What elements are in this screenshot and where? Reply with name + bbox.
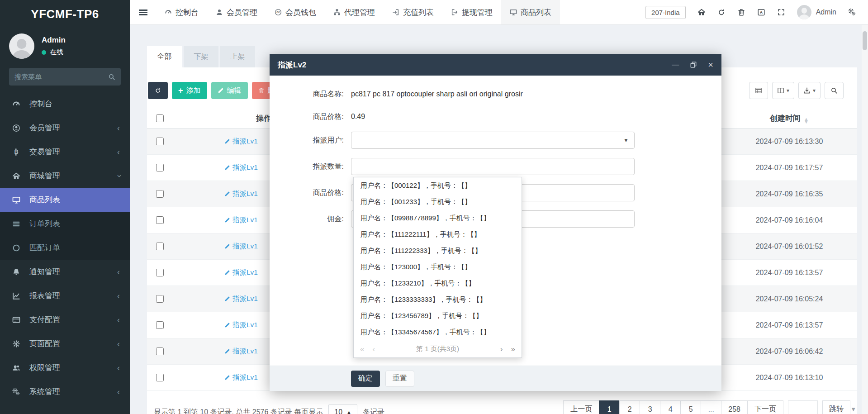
vertical-scrollbar[interactable]: [862, 25, 868, 414]
toolbar-right: ▾ ▾: [749, 82, 844, 99]
region-badge[interactable]: 207-India: [645, 6, 686, 19]
gears-icon[interactable]: [848, 8, 856, 16]
sidebar-item-商品列表[interactable]: 商品列表: [0, 188, 130, 212]
user-option[interactable]: 用户名：【09988778899】，手机号：【】: [354, 210, 522, 226]
home-icon[interactable]: [697, 8, 706, 16]
maximize-icon[interactable]: [690, 61, 697, 68]
row-checkbox[interactable]: [156, 295, 164, 303]
expand-icon[interactable]: [777, 8, 785, 16]
row-checkbox[interactable]: [156, 374, 164, 381]
hamburger-menu-icon[interactable]: [130, 0, 156, 24]
page-item-上一页[interactable]: 上一页: [563, 400, 599, 414]
assign-lv1-link[interactable]: 指派Lv1: [224, 320, 258, 330]
row-checkbox[interactable]: [156, 243, 164, 250]
row-checkbox[interactable]: [156, 138, 164, 145]
assign-lv1-link[interactable]: 指派Lv1: [224, 268, 258, 277]
page-item-2[interactable]: 2: [619, 400, 640, 414]
sidebar: YFCMF-TP6 Admin 在线 控制台会员管理‹B交易管理‹商城管理‹商品…: [0, 0, 130, 414]
assign-quantity-input[interactable]: [351, 158, 635, 175]
user-option[interactable]: 用户名：【000122】，手机号：【】: [354, 177, 522, 194]
user-option[interactable]: 用户名：【123000】，手机号：【】: [354, 259, 522, 275]
sort-icon[interactable]: ▲▼: [804, 118, 809, 123]
assign-user-select[interactable]: ▼: [351, 132, 635, 149]
lang-icon[interactable]: A: [757, 8, 765, 16]
page-item-下一页[interactable]: 下一页: [747, 400, 783, 414]
row-checkbox[interactable]: [156, 190, 164, 198]
row-checkbox[interactable]: [156, 216, 164, 224]
select-all-checkbox[interactable]: [156, 114, 164, 122]
row-checkbox[interactable]: [156, 269, 164, 276]
sidebar-item-系统管理[interactable]: 系统管理‹: [0, 380, 130, 404]
link-label: 指派Lv1: [232, 294, 258, 304]
sidebar-item-订单列表[interactable]: 订单列表: [0, 212, 130, 236]
assign-lv1-link[interactable]: 指派Lv1: [224, 189, 258, 199]
refresh-icon[interactable]: [717, 8, 726, 16]
page-size-select[interactable]: 10▲: [328, 404, 357, 414]
user-option[interactable]: 用户名：【13345674567】，手机号：【】: [354, 324, 522, 340]
refresh-button[interactable]: [148, 82, 168, 99]
scrollbar-thumb[interactable]: [863, 31, 867, 50]
export-button[interactable]: ▾: [798, 82, 821, 99]
top-nav-充值列表[interactable]: 充值列表: [384, 0, 442, 24]
search-icon[interactable]: [108, 73, 115, 81]
add-button[interactable]: +添加: [172, 82, 207, 99]
minimize-icon[interactable]: —: [672, 61, 679, 68]
assign-lv1-link[interactable]: 指派Lv1: [224, 215, 258, 225]
edit-button[interactable]: 编辑: [211, 82, 248, 99]
page-item-1[interactable]: 1: [599, 400, 620, 414]
top-nav-会员钱包[interactable]: cc会员钱包: [266, 0, 325, 24]
row-checkbox[interactable]: [156, 347, 164, 355]
tab-全部[interactable]: 全部: [147, 46, 182, 67]
confirm-button[interactable]: 确定: [351, 371, 380, 387]
user-option[interactable]: 用户名：【001233】，手机号：【】: [354, 194, 522, 210]
user-option[interactable]: 用户名：【1233333333】，手机号：【】: [354, 291, 522, 308]
pencil-icon: [224, 191, 230, 197]
user-option[interactable]: 用户名：【123456789】，手机号：【】: [354, 308, 522, 324]
assign-lv1-link[interactable]: 指派Lv1: [224, 163, 258, 172]
assign-lv1-link[interactable]: 指派Lv1: [224, 242, 258, 251]
sidebar-item-会员管理[interactable]: 会员管理‹: [0, 116, 130, 140]
user-panel: Admin 在线: [0, 28, 130, 65]
close-icon[interactable]: ×: [708, 60, 713, 69]
row-checkbox[interactable]: [156, 321, 164, 329]
field-label: 商品价格:: [270, 188, 351, 198]
sidebar-item-匹配订单[interactable]: 匹配订单: [0, 236, 130, 260]
assign-lv1-link[interactable]: 指派Lv1: [224, 137, 258, 146]
top-nav-控制台[interactable]: 控制台: [156, 0, 207, 24]
jump-page-input[interactable]: [788, 400, 818, 414]
assign-lv1-link[interactable]: 指派Lv1: [224, 373, 258, 382]
jump-button[interactable]: 跳转: [822, 400, 850, 414]
user-option[interactable]: 用户名：【111222111】，手机号：【】: [354, 226, 522, 243]
top-nav-商品列表[interactable]: 商品列表: [501, 0, 560, 24]
top-nav-会员管理[interactable]: 会员管理: [207, 0, 266, 24]
search-button[interactable]: [825, 82, 844, 99]
user-option[interactable]: 用户名：【1233210】，手机号：【】: [354, 275, 522, 291]
detail-view-button[interactable]: [749, 82, 768, 99]
page-item-3[interactable]: 3: [640, 400, 660, 414]
sidebar-item-控制台[interactable]: 控制台: [0, 92, 130, 116]
page-item-5[interactable]: 5: [680, 400, 701, 414]
row-checkbox[interactable]: [156, 164, 164, 171]
tab-下架[interactable]: 下架: [184, 46, 218, 67]
user-menu[interactable]: Admin: [797, 5, 836, 19]
page-item-258[interactable]: 258: [721, 400, 748, 414]
user-option[interactable]: 用户名：【111222333】，手机号：【】: [354, 243, 522, 259]
sidebar-item-通知管理[interactable]: 通知管理‹: [0, 260, 130, 284]
assign-lv1-link[interactable]: 指派Lv1: [224, 347, 258, 356]
sidebar-item-交易管理[interactable]: B交易管理‹: [0, 140, 130, 164]
sidebar-item-支付配置[interactable]: 支付配置‹: [0, 308, 130, 332]
assign-lv1-link[interactable]: 指派Lv1: [224, 294, 258, 304]
page-item-4[interactable]: 4: [660, 400, 681, 414]
scroll-down-icon[interactable]: ▼: [850, 406, 856, 413]
sidebar-item-商城管理[interactable]: 商城管理‹: [0, 164, 130, 188]
sidebar-item-页面配置[interactable]: 页面配置‹: [0, 332, 130, 356]
trash-icon[interactable]: [737, 8, 745, 16]
sidebar-item-报表管理[interactable]: 报表管理‹: [0, 284, 130, 308]
sidebar-search-input[interactable]: [14, 73, 108, 81]
sidebar-item-权限管理[interactable]: 权限管理‹: [0, 356, 130, 380]
columns-button[interactable]: ▾: [772, 82, 794, 99]
top-nav-提现管理[interactable]: 提现管理: [442, 0, 501, 24]
top-nav-代理管理[interactable]: 代理管理: [325, 0, 384, 24]
tab-上架[interactable]: 上架: [220, 46, 255, 67]
reset-button[interactable]: 重置: [385, 371, 414, 387]
